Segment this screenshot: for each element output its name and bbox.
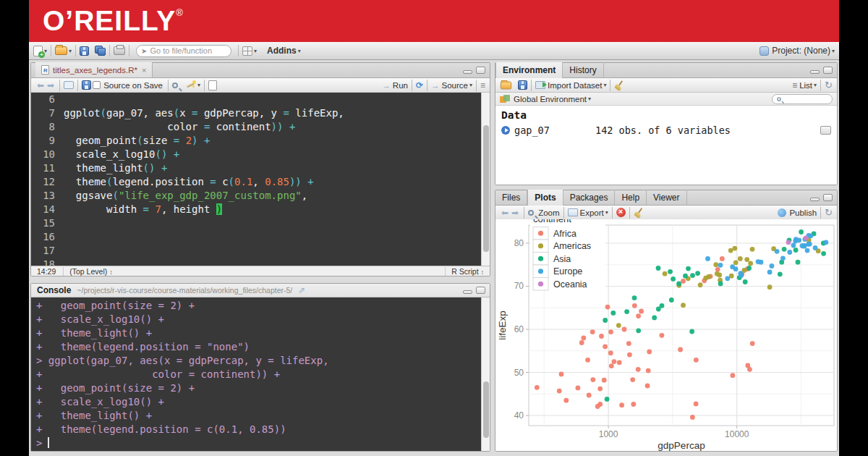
run-button[interactable]: Run (393, 81, 408, 90)
export-plot-button[interactable]: Export (580, 208, 604, 217)
scope-selector[interactable]: (Top Level) ↕ (63, 267, 118, 276)
publish-button[interactable]: Publish (789, 208, 817, 217)
tab-history[interactable]: History (563, 62, 603, 77)
tab-environment[interactable]: Environment (495, 62, 563, 78)
maximize-icon[interactable] (823, 194, 833, 201)
environment-object-row[interactable]: gap_07 142 obs. of 6 variables (495, 123, 837, 138)
clear-plots-icon[interactable] (634, 208, 644, 218)
compile-report-icon[interactable] (208, 80, 217, 90)
find-icon[interactable] (172, 83, 178, 88)
data-point (669, 297, 674, 303)
source-file-tab[interactable]: titles_axes_legends.R* × (35, 62, 153, 77)
data-point (579, 340, 584, 345)
console-line: > (36, 436, 490, 450)
save-all-icon[interactable] (95, 46, 106, 56)
console-line: + color = continent)) + (36, 368, 490, 381)
goto-directory-icon[interactable]: ⇗ (298, 285, 305, 295)
environment-selector[interactable]: Global Environment (514, 95, 587, 104)
console-line: + theme(legend.position = "none") (36, 340, 490, 354)
code-line: 11 theme_light() + (31, 161, 490, 175)
panes-layout-icon[interactable] (242, 46, 252, 56)
maximize-icon[interactable] (476, 67, 485, 74)
minimize-icon[interactable] (810, 70, 820, 74)
data-point (695, 271, 700, 276)
environment-objects: Data gap_07 142 obs. of 6 variables (495, 106, 837, 185)
load-workspace-icon[interactable] (501, 81, 511, 89)
save-icon[interactable] (82, 80, 91, 90)
tab-plots[interactable]: Plots (527, 190, 563, 206)
code-editor[interactable]: 67ggplot(gap_07, aes(x = gdpPercap, y = … (31, 93, 490, 266)
legend-label: Americas (553, 241, 591, 251)
zoom-plot-button[interactable]: Zoom (538, 208, 559, 217)
goto-file-input[interactable]: ➤Go to file/function (136, 45, 231, 57)
data-point (750, 341, 755, 346)
popout-icon[interactable] (64, 81, 74, 89)
open-file-caret[interactable]: ▾ (69, 48, 72, 54)
console-line: + scale_x_log10() + (36, 313, 490, 326)
tab-packages[interactable]: Packages (563, 190, 616, 205)
data-point (689, 329, 694, 334)
svg-text:lifeExp: lifeExp (497, 311, 508, 340)
data-point (612, 359, 617, 364)
editor-scrollbar[interactable] (481, 93, 490, 266)
code-line: 7ggplot(gap_07, aes(x = gdpPercap, y = l… (31, 106, 490, 120)
export-plot-icon (568, 208, 578, 216)
data-point (610, 311, 616, 316)
panes-layout-caret[interactable]: ▾ (254, 48, 257, 54)
expand-object-icon[interactable] (501, 126, 510, 135)
data-point (759, 260, 764, 265)
save-icon[interactable] (80, 46, 89, 56)
tab-viewer[interactable]: Viewer (647, 190, 686, 205)
save-workspace-icon[interactable] (518, 80, 527, 90)
oreilly-banner: O’REILLY® (29, 0, 839, 42)
console-line: + geom_point(size = 2) + (36, 381, 490, 395)
next-plot-icon[interactable]: ➡ (511, 208, 519, 218)
console-line: + theme(legend.position = c(0.1, 0.85)) (36, 423, 490, 436)
data-point (597, 402, 603, 407)
list-view-button[interactable]: List (799, 81, 812, 90)
outline-icon[interactable]: ≡ (480, 80, 485, 90)
open-file-icon[interactable] (55, 46, 67, 55)
data-point (746, 266, 752, 271)
previous-plot-icon[interactable]: ⬅ (501, 208, 509, 218)
minimize-icon[interactable] (810, 198, 820, 201)
rerun-icon[interactable]: ⟳ (416, 80, 423, 90)
data-point (750, 247, 755, 252)
addins-menu[interactable]: Addins (267, 46, 297, 56)
source-pane: titles_axes_legends.R* × ⬅ ➡ Source on S… (30, 62, 490, 276)
print-icon[interactable] (114, 46, 125, 55)
console-scrollbar[interactable] (481, 297, 490, 451)
maximize-icon[interactable] (823, 67, 833, 74)
forward-icon[interactable]: ➡ (47, 80, 54, 90)
data-point (767, 284, 773, 290)
clear-workspace-icon[interactable] (614, 80, 624, 90)
minimize-icon[interactable] (463, 290, 472, 294)
view-table-icon[interactable] (820, 126, 831, 135)
console-output[interactable]: + geom_point(size = 2) ++ scale_x_log10(… (31, 297, 490, 451)
source-button[interactable]: Source (442, 81, 468, 90)
remove-plot-icon[interactable] (616, 208, 626, 217)
data-point (705, 256, 710, 261)
import-dataset-button[interactable]: Import Dataset (548, 81, 602, 90)
environment-search-input[interactable] (772, 94, 833, 104)
back-icon[interactable]: ⬅ (37, 80, 44, 90)
source-icon: → (431, 81, 440, 90)
maximize-icon[interactable] (476, 287, 485, 294)
oreilly-logo: O’REILLY® (43, 5, 184, 37)
refresh-icon[interactable]: ↻ (825, 80, 833, 90)
file-type-selector[interactable]: R Script ↕ (445, 267, 490, 276)
data-point (744, 257, 749, 262)
tab-help[interactable]: Help (615, 190, 647, 205)
refresh-plot-icon[interactable]: ↻ (825, 207, 833, 218)
new-file-icon[interactable]: + (33, 46, 43, 56)
project-menu[interactable]: Project: (None) (772, 46, 830, 56)
data-point (808, 234, 813, 239)
minimize-icon[interactable] (463, 70, 472, 74)
data-point (608, 350, 613, 355)
data-point (585, 358, 590, 363)
tab-files[interactable]: Files (495, 190, 527, 205)
wand-icon[interactable] (185, 80, 196, 90)
tab-close-icon[interactable]: × (142, 66, 146, 75)
data-point (603, 318, 608, 323)
source-on-save-checkbox[interactable] (93, 81, 101, 89)
